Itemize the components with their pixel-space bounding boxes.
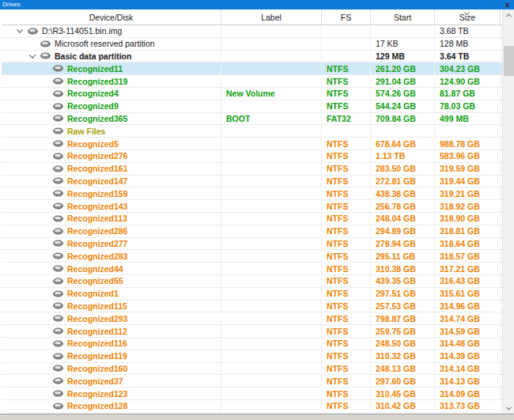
fs-cell: NTFS [322, 163, 371, 175]
fs-cell: FAT32 [322, 113, 371, 125]
start-cell: 248.13 GB [371, 363, 435, 375]
table-row[interactable]: Recognized123NTFS310.45 GB314.09 GB [2, 388, 502, 400]
start-cell: 278.94 GB [371, 238, 435, 250]
table-row[interactable]: Recognized277NTFS278.94 GB318.64 GB [2, 238, 502, 251]
disk-icon [53, 153, 63, 160]
column-header-label: Start [394, 13, 411, 22]
size-cell: 128 MB [435, 38, 501, 50]
device-name: Recognized283 [67, 252, 127, 261]
table-row[interactable]: Recognized286NTFS294.89 GB318.81 GB [2, 225, 502, 238]
label-cell [221, 62, 322, 74]
table-row[interactable]: Recognized161NTFS283.50 GB319.59 GB [2, 163, 502, 176]
table-row[interactable]: Recognized128NTFS310.42 GB313.73 GB [2, 400, 502, 413]
fs-cell: NTFS [322, 138, 371, 149]
table-row[interactable]: Recognized5NTFS678.64 GB988.78 GB [2, 138, 502, 150]
size-cell: 319.44 GB [435, 176, 501, 187]
scroll-up-button[interactable] [503, 9, 514, 21]
panel-titlebar: Drives x [0, 0, 514, 9]
column-header-label: FS [341, 13, 351, 22]
column-header-label: Label [261, 13, 282, 22]
column-header-label[interactable]: Label [221, 9, 322, 25]
device-name: Recognized123 [67, 389, 127, 399]
disk-icon [53, 78, 63, 85]
disk-icon [53, 228, 63, 235]
table-row[interactable]: Recognized147NTFS272.81 GB319.44 GB [2, 176, 502, 188]
fs-cell: NTFS [322, 288, 371, 300]
table-row[interactable]: Raw Files [2, 125, 502, 138]
size-cell: 319.59 GB [435, 163, 501, 175]
table-row[interactable]: Recognized115NTFS257.53 GB314.96 GB [2, 301, 502, 313]
disk-icon [53, 90, 63, 97]
expand-chevron-icon[interactable] [17, 27, 23, 33]
table-row[interactable]: D:\R3-114051.bin.img3.68 TB [2, 25, 502, 38]
device-cell: Recognized319 [2, 75, 221, 87]
table-row[interactable]: Recognized143NTFS256.78 GB318.92 GB [2, 200, 502, 213]
bottom-border-strip [0, 414, 514, 420]
table-row[interactable]: Recognized283NTFS295.11 GB318.57 GB [2, 250, 502, 263]
size-cell: 318.64 GB [435, 238, 501, 250]
start-cell: 248.04 GB [371, 213, 435, 225]
table-row[interactable]: Recognized112NTFS259.75 GB314.59 GB [2, 325, 502, 338]
table-row[interactable]: Recognized119NTFS310.32 GB314.39 GB [2, 350, 502, 363]
size-cell: 317.21 GB [435, 263, 501, 274]
table-row[interactable]: Recognized159NTFS438.38 GB319.21 GB [2, 187, 502, 200]
fs-cell: NTFS [322, 62, 371, 74]
size-cell: 314.74 GB [435, 312, 501, 324]
device-cell: Recognized44 [2, 263, 221, 274]
disk-icon [40, 52, 51, 59]
column-header-fs[interactable]: FS [322, 9, 371, 25]
table-row[interactable]: Recognized9NTFS544.24 GB78.03 GB [2, 100, 502, 113]
scroll-down-button[interactable] [503, 403, 514, 414]
table-row[interactable]: Recognized44NTFS310.38 GB317.21 GB [2, 263, 502, 275]
table-row[interactable]: Recognized319NTFS291.04 GB124.90 GB [2, 75, 502, 88]
disk-icon [53, 290, 63, 297]
start-cell: 17 KB [371, 38, 435, 50]
device-cell: Recognized159 [2, 187, 221, 199]
scrollbar-thumb[interactable] [504, 46, 514, 76]
label-cell [221, 250, 322, 262]
table-row[interactable]: Recognized276NTFS1.13 TB583.96 GB [2, 150, 502, 163]
table-row[interactable]: Recognized4New VolumeNTFS574.26 GB81.87 … [2, 88, 502, 100]
table-row[interactable]: Recognized365BOOTFAT32709.84 GB499 MB [2, 113, 502, 126]
label-cell [221, 338, 322, 350]
device-name: Recognized277 [67, 239, 127, 248]
table-row[interactable]: Recognized113NTFS248.04 GB318.90 GB [2, 213, 502, 225]
fs-cell: NTFS [322, 312, 371, 324]
column-header-start[interactable]: Start [371, 9, 435, 25]
label-cell [221, 187, 322, 199]
fs-cell: NTFS [322, 200, 371, 212]
label-cell [221, 388, 322, 399]
device-name: Recognized319 [67, 77, 127, 86]
close-icon[interactable]: x [505, 1, 509, 9]
table-row[interactable]: Recognized37NTFS297.60 GB314.13 GB [2, 375, 502, 388]
chevron-down-icon [506, 404, 512, 410]
start-cell: 295.11 GB [371, 250, 435, 262]
table-row[interactable]: Recognized293NTFS798.87 GB314.74 GB [2, 312, 502, 325]
fs-cell: NTFS [322, 363, 371, 375]
table-row[interactable]: Basic data partition129 MB3.64 TB [2, 51, 502, 63]
size-cell: 78.03 GB [435, 100, 501, 112]
device-cell: Recognized37 [2, 375, 221, 387]
expand-chevron-icon[interactable] [29, 51, 36, 58]
fs-cell: NTFS [322, 275, 371, 287]
column-header-size[interactable]: Size [435, 9, 501, 25]
device-name: Recognized147 [67, 176, 127, 186]
start-cell: 678.64 GB [371, 138, 435, 149]
fs-cell: NTFS [322, 150, 371, 162]
table-row[interactable]: Recognized160NTFS248.13 GB314.14 GB [2, 363, 502, 376]
table-row[interactable]: Recognized1NTFS297.51 GB315.61 GB [2, 288, 502, 301]
device-name: Recognized37 [67, 376, 123, 386]
size-cell: 319.21 GB [435, 187, 501, 199]
table-row[interactable]: Recognized116NTFS248.50 GB314.48 GB [2, 338, 502, 350]
vertical-scrollbar[interactable] [502, 9, 514, 414]
device-name: Recognized143 [67, 202, 127, 211]
size-cell: 314.14 GB [435, 363, 501, 375]
column-header-device-disk[interactable]: Device/Disk [2, 9, 221, 25]
size-cell: 313.73 GB [435, 400, 501, 412]
table-row[interactable]: Recognized11NTFS261.20 GB304.23 GB [2, 62, 502, 75]
start-cell: 272.81 GB [371, 176, 435, 187]
device-cell: Recognized286 [2, 225, 221, 237]
table-row[interactable]: Microsoft reserved partition17 KB128 MB [2, 38, 502, 51]
table-row[interactable]: Recognized55NTFS439.35 GB316.43 GB [2, 275, 502, 288]
device-name: Recognized1 [67, 289, 119, 298]
